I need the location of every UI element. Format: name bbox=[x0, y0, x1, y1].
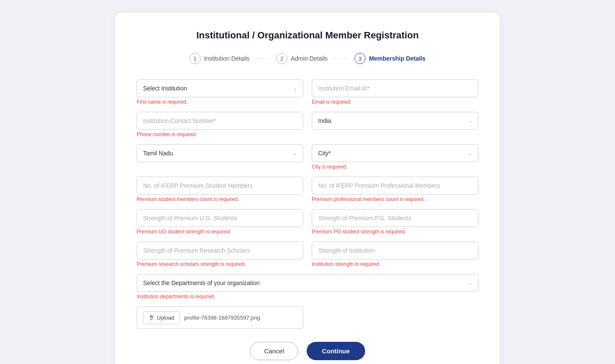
state-select[interactable]: Tamil Nadu bbox=[137, 144, 303, 162]
stepper: 1 Institution Details ········ 2 Admin D… bbox=[137, 53, 478, 64]
professional-members-error: Premium professional members count is re… bbox=[312, 196, 478, 202]
ug-strength-input[interactable] bbox=[137, 209, 303, 227]
upload-group: ⇮ Upload profile-76398-1687935597.png bbox=[137, 306, 303, 329]
continue-button[interactable]: Continue bbox=[307, 342, 365, 360]
country-group: India ⌄ bbox=[312, 112, 478, 137]
contact-error: Phone number is required. bbox=[137, 131, 303, 137]
student-members-error: Premium student members count is require… bbox=[137, 196, 303, 202]
city-wrapper: City* ⌄ bbox=[312, 144, 478, 162]
ug-strength-error: Premium UG student strength is required. bbox=[137, 229, 303, 235]
step-2-circle: 2 bbox=[276, 53, 287, 64]
research-scholars-input[interactable] bbox=[137, 242, 303, 259]
upload-icon: ⇮ bbox=[149, 314, 154, 322]
step-3: 3 Membership Details bbox=[354, 53, 425, 64]
research-scholars-group: Premium research scholars strength is re… bbox=[137, 242, 303, 267]
departments-group: Select the Departments of your organizat… bbox=[137, 274, 478, 300]
step-1-circle: 1 bbox=[190, 53, 201, 64]
institution-strength-input[interactable] bbox=[312, 242, 478, 259]
select-institution-wrapper: Select Institution ⌄ bbox=[137, 79, 303, 97]
professional-members-input[interactable] bbox=[312, 177, 478, 195]
city-select[interactable]: City* bbox=[312, 144, 478, 162]
departments-select[interactable]: Select the Departments of your organizat… bbox=[137, 274, 478, 292]
country-wrapper: India ⌄ bbox=[312, 112, 478, 130]
country-select[interactable]: India bbox=[312, 112, 478, 130]
upload-area: ⇮ Upload profile-76398-1687935597.png bbox=[137, 306, 303, 329]
research-scholars-error: Premium research scholars strength is re… bbox=[137, 261, 303, 267]
email-input[interactable] bbox=[312, 79, 478, 97]
city-error: City is required. bbox=[312, 164, 478, 170]
upload-filename: profile-76398-1687935597.png bbox=[184, 314, 260, 321]
upload-row-spacer bbox=[312, 306, 478, 329]
step-3-circle: 3 bbox=[354, 53, 366, 64]
page-title: Institutional / Organizational Member Re… bbox=[137, 30, 478, 41]
state-group: Tamil Nadu ⌄ bbox=[137, 144, 303, 170]
departments-wrapper: Select the Departments of your organizat… bbox=[137, 274, 478, 292]
cancel-button[interactable]: Cancel bbox=[250, 342, 298, 360]
select-institution-group: Select Institution ⌄ First name is requi… bbox=[137, 79, 303, 105]
contact-input[interactable] bbox=[137, 112, 303, 130]
step-dots-1: ········ bbox=[254, 55, 272, 61]
professional-members-group: Premium professional members count is re… bbox=[312, 177, 478, 202]
step-dots-2: ········ bbox=[332, 55, 350, 61]
ug-strength-group: Premium UG student strength is required. bbox=[137, 209, 303, 235]
city-group: City* ⌄ City is required. bbox=[312, 144, 478, 170]
pg-strength-group: Premium PG student strength is required. bbox=[312, 209, 478, 235]
upload-label: Upload bbox=[157, 314, 174, 321]
select-institution-error: First name is required. bbox=[137, 99, 303, 105]
student-members-group: Premium student members count is require… bbox=[137, 177, 303, 202]
upload-button[interactable]: ⇮ Upload bbox=[143, 311, 180, 324]
step-2: 2 Admin Details bbox=[276, 53, 328, 64]
step-3-label: Membership Details bbox=[369, 55, 425, 62]
step-1: 1 Institution Details bbox=[190, 53, 250, 64]
email-error: Email is required. bbox=[312, 99, 478, 105]
form-actions: Cancel Continue bbox=[137, 342, 478, 360]
email-group: Email is required. bbox=[312, 79, 478, 105]
state-wrapper: Tamil Nadu ⌄ bbox=[137, 144, 303, 162]
pg-strength-error: Premium PG student strength is required. bbox=[312, 229, 478, 235]
pg-strength-input[interactable] bbox=[312, 209, 478, 227]
registration-form-container: Institutional / Organizational Member Re… bbox=[115, 13, 500, 364]
student-members-input[interactable] bbox=[137, 177, 303, 195]
step-1-label: Institution Details bbox=[204, 55, 250, 62]
select-institution-input[interactable]: Select Institution bbox=[137, 79, 303, 97]
contact-group: Phone number is required. bbox=[137, 112, 303, 137]
step-2-label: Admin Details bbox=[291, 55, 328, 62]
institution-strength-error: Institution strength is required. bbox=[312, 261, 478, 267]
departments-error: Institution departments is required. bbox=[137, 294, 478, 300]
registration-form: Select Institution ⌄ First name is requi… bbox=[137, 79, 478, 329]
institution-strength-group: Institution strength is required. bbox=[312, 242, 478, 267]
